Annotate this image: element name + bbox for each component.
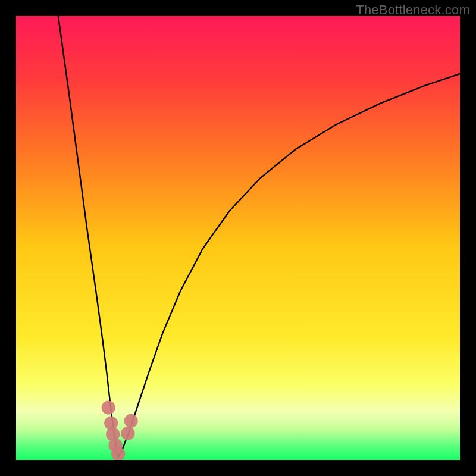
highlight-dot xyxy=(121,427,134,440)
curve-layer xyxy=(16,16,460,460)
highlight-dot xyxy=(102,400,115,414)
highlight-cluster xyxy=(102,400,138,460)
highlight-dot xyxy=(124,414,138,428)
curve-right-branch xyxy=(118,74,460,458)
plot-area xyxy=(16,16,460,460)
chart-frame: TheBottleneck.com xyxy=(0,0,476,476)
curve-left-branch xyxy=(58,16,118,458)
attribution-text: TheBottleneck.com xyxy=(356,2,470,18)
